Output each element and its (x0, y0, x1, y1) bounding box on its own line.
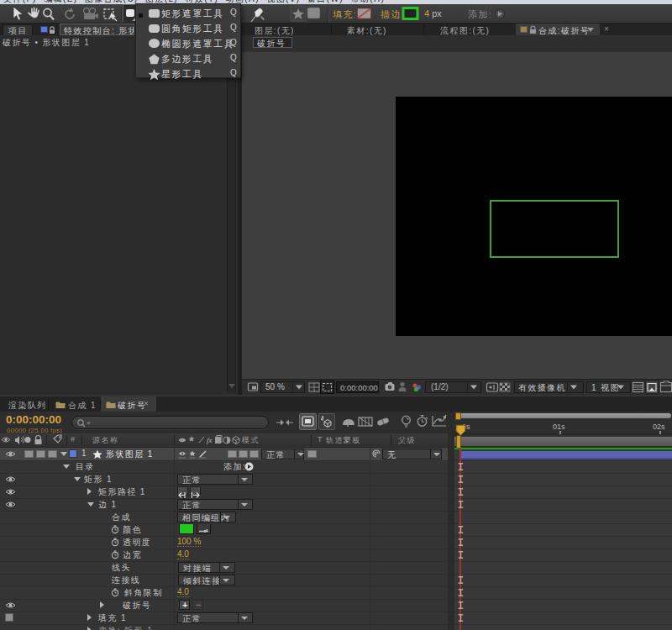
svg-text:fx: fx (207, 436, 213, 444)
